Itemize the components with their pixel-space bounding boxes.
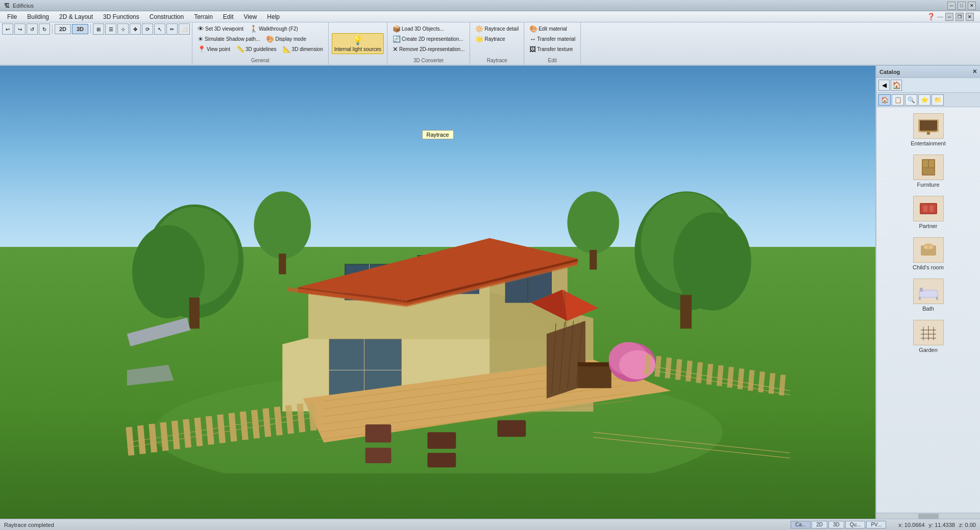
redo-button[interactable]: ↻ <box>39 23 50 35</box>
create-2d-repr-btn[interactable]: 🔄 Create 2D representation... <box>390 34 467 44</box>
menu-2dlayout[interactable]: 2D & Layout <box>54 11 98 22</box>
set-3d-viewpoint-btn[interactable]: 👁 Set 3D viewpoint <box>195 24 246 34</box>
win-restore[interactable]: ❐ <box>955 13 964 21</box>
simulate-shadow-btn[interactable]: ☀ Simulate Shadow path... <box>195 34 262 44</box>
transfer-material-label: Transfer material <box>537 36 575 42</box>
3d-guidelines-btn[interactable]: 📏 3D guidelines <box>234 44 279 54</box>
catalog-item-entertainment[interactable]: Entertainment <box>880 111 976 148</box>
raytrace-detail-icon: 🔆 <box>475 25 483 33</box>
pencil-btn[interactable]: ✏ <box>166 23 178 35</box>
svg-rect-86 <box>654 356 662 376</box>
catalog-item-garden[interactable]: Garden <box>880 318 976 355</box>
svg-rect-95 <box>748 370 755 391</box>
svg-rect-105 <box>927 132 930 135</box>
transfer-texture-label: Transfer texture <box>537 46 573 52</box>
menu-view[interactable]: View <box>239 11 262 22</box>
close-button[interactable]: ✕ <box>968 2 976 10</box>
edit-material-btn[interactable]: 🎨 Edit material <box>527 24 577 34</box>
2d-toggle[interactable]: 2D <box>55 24 71 34</box>
svg-rect-13 <box>127 318 190 346</box>
tab-catalog[interactable]: Ca... <box>791 521 811 528</box>
svg-rect-96 <box>758 371 765 392</box>
toolbar: ↩ ↪ ↺ ↻ 2D 3D ⊞ ☰ ⊹ ✥ ⟳ ↖ ✏ ⬜ 👁 Set 3D v… <box>0 22 980 66</box>
tab-pv[interactable]: PV... <box>866 521 886 528</box>
transfer-texture-btn[interactable]: 🖼 Transfer texture <box>527 44 577 54</box>
furniture-label: Furniture <box>917 182 939 188</box>
menu-help[interactable]: Help <box>262 11 285 22</box>
svg-rect-92 <box>717 365 724 386</box>
back-button[interactable]: ↩ <box>2 23 13 35</box>
undo-button[interactable]: ↺ <box>27 23 38 35</box>
menu-terrain[interactable]: Terrain <box>189 11 218 22</box>
catalog-tab-0[interactable]: 🏠 <box>878 94 891 106</box>
menu-bar: File Building 2D & Layout 3D Functions C… <box>0 11 980 22</box>
vp-icon: 📍 <box>198 45 206 53</box>
list-view-btn[interactable]: ☰ <box>105 23 116 35</box>
menu-edit[interactable]: Edit <box>218 11 239 22</box>
svg-rect-66 <box>126 426 134 456</box>
menu-building[interactable]: Building <box>22 11 54 22</box>
svg-point-8 <box>254 191 311 259</box>
catalog-item-bath[interactable]: Bath <box>880 276 976 314</box>
catalog-close-icon[interactable]: ✕ <box>972 68 977 75</box>
fwd-button[interactable]: ↪ <box>14 23 26 35</box>
remove-2d-label: Remove 2D-representation... <box>399 46 464 52</box>
cursor-btn[interactable]: ↖ <box>154 23 165 35</box>
eraser-btn[interactable]: ⬜ <box>179 23 190 35</box>
svg-rect-58 <box>497 420 526 437</box>
catalog-tab-2[interactable]: 🔍 <box>905 94 917 106</box>
remove-2d-repr-btn[interactable]: ✕ Remove 2D-representation... <box>390 44 467 54</box>
svg-rect-108 <box>929 160 934 167</box>
viewport[interactable]: Raytrace <box>0 66 875 519</box>
display-icon: 🎨 <box>266 35 274 43</box>
catalog-item-childs-room[interactable]: Child's room <box>880 235 976 272</box>
display-mode-btn[interactable]: 🎨 Display mode <box>264 34 308 44</box>
select-btn[interactable]: ⊹ <box>117 23 129 35</box>
raytrace-detail-btn[interactable]: 🔆 Raytrace detail <box>473 24 521 34</box>
tab-qu[interactable]: Qu... <box>845 521 866 528</box>
title-bar-controls[interactable]: ─ □ ✕ <box>947 2 976 10</box>
3d-dimension-btn[interactable]: 📐 3D dimension <box>281 44 325 54</box>
catalog-tab-1[interactable]: 📋 <box>892 94 904 106</box>
menu-3dfunctions[interactable]: 3D Functions <box>98 11 144 22</box>
catalog-tabs: 🏠 📋 🔍 ⭐ 📁 <box>876 93 980 107</box>
view-point-btn[interactable]: 📍 View point <box>195 44 232 54</box>
rotate-btn[interactable]: ⟳ <box>142 23 153 35</box>
grid-view-btn[interactable]: ⊞ <box>93 23 104 35</box>
svg-rect-3 <box>189 297 199 329</box>
help-icon: ❓ <box>927 13 935 20</box>
move-btn[interactable]: ✥ <box>130 23 141 35</box>
catalog-item-partner[interactable]: Partner <box>880 194 976 231</box>
load-3d-objects-btn[interactable]: 📦 Load 3D Objects... <box>390 24 467 34</box>
catalog-scrollbar[interactable] <box>876 513 980 519</box>
menu-file[interactable]: File <box>2 11 22 22</box>
transfer-texture-icon: 🖼 <box>529 45 536 53</box>
maximize-button[interactable]: □ <box>958 2 966 10</box>
status-bar: Raytrace completed Ca... 2D 3D Qu... PV.… <box>0 519 980 530</box>
catalog-item-furniture[interactable]: Furniture <box>880 153 976 190</box>
catalog-back-btn[interactable]: ◀ <box>878 80 890 91</box>
minimize-button[interactable]: ─ <box>947 2 955 10</box>
tab-2d[interactable]: 2D <box>812 521 827 528</box>
catalog-home-btn[interactable]: 🏠 <box>891 80 902 91</box>
3d-toggle[interactable]: 3D <box>72 24 88 34</box>
walkthrough-btn[interactable]: 🚶 Walkthrough (F2) <box>248 24 300 34</box>
raytrace-btn[interactable]: 🌟 Raytrace <box>473 34 521 44</box>
catalog-tab-3[interactable]: ⭐ <box>918 94 930 106</box>
menu-construction[interactable]: Construction <box>144 11 189 22</box>
svg-rect-89 <box>685 361 693 382</box>
win-close[interactable]: ✕ <box>966 13 974 21</box>
viewpoint-label: Set 3D viewpoint <box>205 26 243 32</box>
win-minimize[interactable]: ─ <box>945 13 953 21</box>
walkthrough-label: Walkthrough (F2) <box>259 26 298 32</box>
svg-rect-107 <box>923 160 928 167</box>
load-3d-label: Load 3D Objects... <box>402 26 444 32</box>
catalog-tab-4[interactable]: 📁 <box>932 94 944 106</box>
tab-3d[interactable]: 3D <box>828 521 844 528</box>
transfer-material-btn[interactable]: ↔ Transfer material <box>527 34 577 44</box>
svg-rect-112 <box>923 206 927 212</box>
svg-point-117 <box>929 246 933 249</box>
svg-rect-90 <box>696 362 703 383</box>
internal-light-sources-btn[interactable]: 💡 Internal light sources <box>332 33 384 54</box>
svg-point-116 <box>924 246 927 249</box>
